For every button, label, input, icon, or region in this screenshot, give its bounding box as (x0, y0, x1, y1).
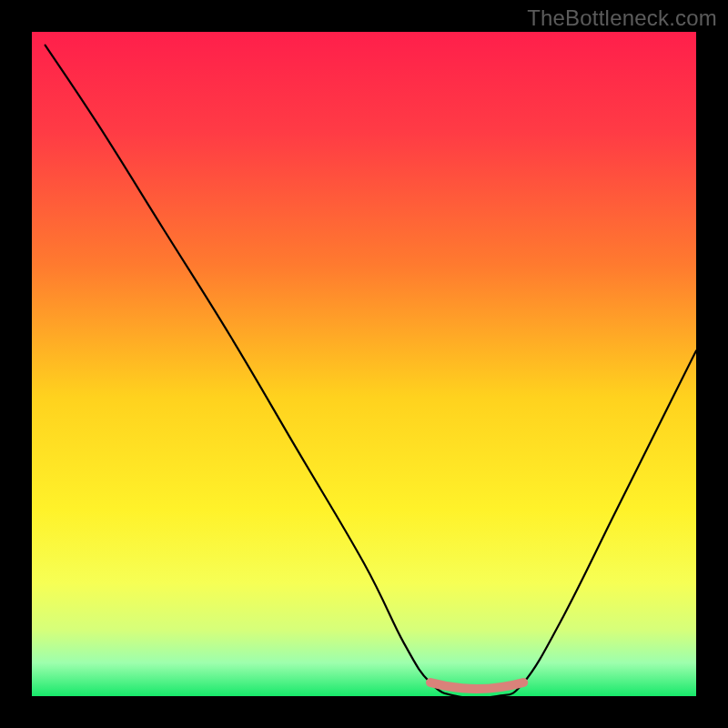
watermark-text: TheBottleneck.com (527, 5, 717, 31)
chart-frame: TheBottleneck.com (0, 0, 728, 728)
bottleneck-chart (0, 0, 728, 728)
chart-plot-area (32, 32, 696, 696)
